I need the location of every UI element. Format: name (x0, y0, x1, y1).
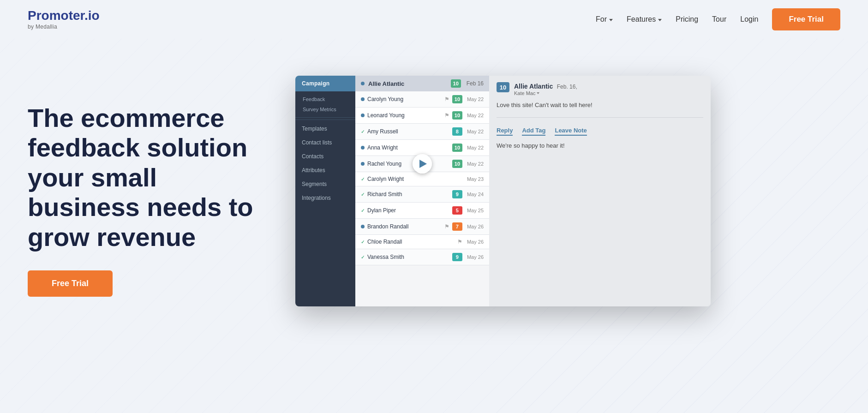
list-item[interactable]: ✓ Richard Smith 9 May 24 (355, 186, 489, 203)
detail-score: 10 (497, 82, 509, 92)
check-icon: ✓ (361, 192, 365, 197)
indicator-icon (361, 162, 365, 166)
check-icon: ✓ (361, 129, 365, 134)
list-item[interactable]: Rachel Young 10 May 22 (355, 156, 489, 172)
play-icon (419, 160, 427, 168)
detail-header: 10 Allie Atlantic Feb. 16, Kate Mac (497, 82, 703, 96)
list-item[interactable]: Leonard Young ⚑ 10 May 22 (355, 108, 489, 124)
list-item[interactable]: ✓ Carolyn Wright May 23 (355, 172, 489, 186)
main-nav: For Features Pricing Tour Login Free Tri… (596, 8, 840, 30)
list-header-score: 10 (451, 79, 461, 88)
sidebar-item-segments[interactable]: Segments (295, 177, 355, 191)
detail-actions: Reply Add Tag Leave Note (497, 127, 703, 136)
logo-sub: by Medallia (28, 24, 57, 30)
sidebar-item-contacts[interactable]: Contacts (295, 150, 355, 163)
app-list-panel: Allie Atlantic 10 Feb 16 Carolyn Young ⚑… (355, 76, 489, 306)
sidebar-sub-items: Feedback Survey Metrics (295, 91, 355, 118)
row-score: 10 (452, 160, 462, 168)
leave-note-button[interactable]: Leave Note (555, 127, 587, 136)
list-item[interactable]: Carolyn Young ⚑ 10 May 22 (355, 91, 489, 108)
list-header-date: Feb 16 (467, 80, 484, 87)
header-free-trial-button[interactable]: Free Trial (772, 8, 840, 30)
header-dot-icon (361, 82, 365, 85)
app-detail-panel: 10 Allie Atlantic Feb. 16, Kate Mac Love… (489, 76, 711, 306)
row-score: 10 (452, 144, 462, 152)
sidebar-item-attributes[interactable]: Attributes (295, 163, 355, 177)
check-icon: ✓ (361, 239, 365, 245)
row-name: Carolyn Wright (367, 176, 462, 182)
row-name: Chloe Randall (367, 239, 455, 245)
list-item[interactable]: Anna Wright 10 May 22 (355, 140, 489, 156)
row-score: 9 (452, 253, 462, 261)
list-item[interactable]: ✓ Amy Russell 8 May 22 (355, 124, 489, 140)
hero-left: The ecommerce feedback solution your sma… (28, 66, 268, 297)
check-icon: ✓ (361, 208, 365, 213)
header: Promoter.io by Medallia For Features Pri… (0, 0, 868, 39)
check-icon: ✓ (361, 255, 365, 260)
chevron-down-icon (537, 92, 539, 94)
row-name: Vanessa Smith (367, 254, 449, 260)
app-screenshot: Campaign Feedback Survey Metrics Templat… (295, 76, 711, 306)
sidebar-campaign-header: Campaign (295, 76, 355, 91)
detail-date: Feb. 16, (557, 84, 577, 90)
row-score: 8 (452, 127, 462, 136)
app-sidebar: Campaign Feedback Survey Metrics Templat… (295, 76, 355, 306)
row-name: Brandon Randall (367, 223, 442, 230)
hero-headline: The ecommerce feedback solution your sma… (28, 103, 268, 252)
row-date: May 26 (467, 239, 484, 245)
row-date: May 22 (467, 161, 484, 167)
detail-name: Allie Atlantic (514, 83, 553, 90)
chevron-down-icon (658, 19, 662, 21)
row-date: May 23 (467, 176, 484, 182)
hero-free-trial-button[interactable]: Free Trial (28, 270, 113, 297)
sidebar-item-contact-lists[interactable]: Contact lists (295, 136, 355, 150)
logo-area: Promoter.io by Medallia (28, 9, 100, 30)
add-tag-button[interactable]: Add Tag (522, 127, 545, 136)
flag-icon: ⚑ (444, 96, 449, 102)
nav-tour[interactable]: Tour (712, 15, 726, 24)
nav-login[interactable]: Login (740, 15, 758, 24)
row-score: 10 (452, 111, 462, 120)
sidebar-divider (295, 120, 355, 120)
row-date: May 22 (467, 129, 484, 134)
indicator-icon (361, 225, 365, 228)
nav-for[interactable]: For (596, 15, 613, 24)
sidebar-item-templates[interactable]: Templates (295, 122, 355, 136)
nav-pricing[interactable]: Pricing (676, 15, 698, 24)
list-item[interactable]: ✓ Dylan Piper 5 May 25 (355, 203, 489, 219)
reply-button[interactable]: Reply (497, 127, 513, 136)
play-button[interactable] (413, 154, 432, 174)
sidebar-item-feedback[interactable]: Feedback (295, 94, 355, 104)
row-date: May 25 (467, 208, 484, 213)
row-date: May 26 (467, 224, 484, 229)
logo-text[interactable]: Promoter.io (28, 9, 100, 23)
row-date: May 22 (467, 96, 484, 102)
row-name: Leonard Young (367, 112, 442, 119)
indicator-icon (361, 114, 365, 117)
assignee-name: Kate Mac (514, 90, 535, 96)
row-name: Richard Smith (367, 191, 449, 198)
row-score: 10 (452, 95, 462, 103)
indicator-icon (361, 97, 365, 101)
hero-section: The ecommerce feedback solution your sma… (0, 39, 868, 399)
list-header-name: Allie Atlantic (368, 80, 447, 87)
list-header-row[interactable]: Allie Atlantic 10 Feb 16 (355, 76, 489, 91)
list-item[interactable]: Brandon Randall ⚑ 7 May 26 (355, 219, 489, 235)
list-item[interactable]: ✓ Chloe Randall ⚑ May 26 (355, 235, 489, 249)
sidebar-item-survey-metrics[interactable]: Survey Metrics (295, 104, 355, 114)
row-score: 5 (452, 206, 462, 215)
detail-assignee: Kate Mac (514, 90, 577, 96)
flag-icon: ⚑ (457, 239, 462, 245)
row-name: Amy Russell (367, 128, 449, 135)
list-item[interactable]: ✓ Vanessa Smith 9 May 26 (355, 249, 489, 265)
flag-icon: ⚑ (444, 223, 449, 230)
flag-icon: ⚑ (444, 112, 449, 119)
nav-features[interactable]: Features (627, 15, 662, 24)
row-date: May 24 (467, 192, 484, 197)
row-name: Carolyn Young (367, 96, 442, 102)
row-score: 9 (452, 190, 462, 198)
sidebar-item-integrations[interactable]: Integrations (295, 191, 355, 205)
hero-right: Campaign Feedback Survey Metrics Templat… (295, 66, 840, 306)
chevron-down-icon (609, 19, 613, 21)
detail-comment: Love this site! Can't wait to tell here! (497, 101, 703, 118)
